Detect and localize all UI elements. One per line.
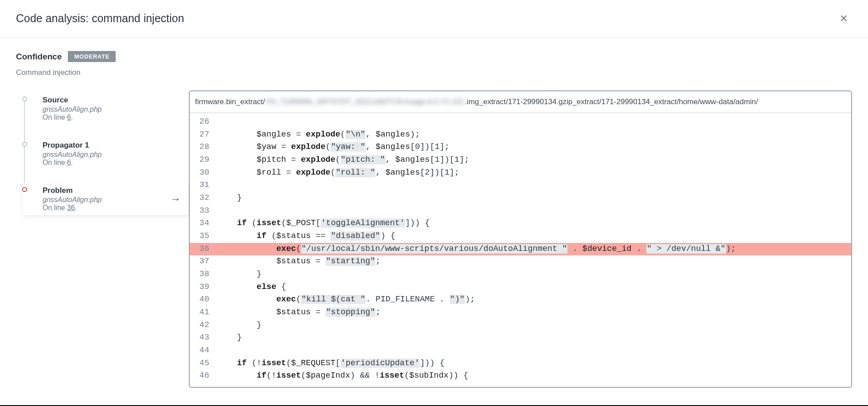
trace-title: Propagator 1 (43, 141, 183, 150)
line-source (217, 179, 851, 192)
close-icon: × (840, 11, 848, 25)
dialog-title: Code analysis: command injection (16, 12, 184, 25)
vulnerability-type: Command injection (16, 68, 852, 77)
close-button[interactable]: × (835, 10, 852, 27)
trace-title: Source (43, 96, 183, 105)
line-number: 32 (190, 192, 217, 205)
trace-dot-icon (22, 142, 27, 147)
trace-line-num: 36 (67, 204, 75, 211)
line-number: 36 (190, 243, 217, 256)
line-source: } (217, 319, 851, 332)
code-line: 29 $pitch = explode("pitch: ", $angles[1… (190, 154, 851, 167)
line-source: if ($status == "disabled") { (217, 230, 851, 243)
confidence-badge: MODERATE (68, 51, 116, 62)
line-number: 42 (190, 319, 217, 332)
line-number: 29 (190, 154, 217, 167)
line-source: $status = "stopping"; (217, 306, 851, 319)
trace-line: On line 6. (43, 113, 183, 121)
line-number: 31 (190, 179, 217, 192)
trace-title: Problem (43, 186, 183, 195)
line-source: if (isset($_POST['toggleAlignment'])) { (217, 217, 851, 230)
path-segment: .img_extract/171-29990134.gzip_extract/1… (465, 98, 758, 106)
trace-line-prefix: On line (43, 204, 67, 211)
code-line: 39 else { (190, 281, 851, 294)
line-number: 38 (190, 268, 217, 281)
line-source: } (217, 268, 851, 281)
trace-file: gnssAutoAlign.php (43, 151, 183, 159)
line-number: 28 (190, 141, 217, 154)
code-line: 45 if (!isset($_REQUEST['periodicUpdate'… (190, 357, 851, 370)
line-number: 43 (190, 332, 217, 344)
trace-line-prefix: On line (43, 159, 67, 166)
trace-item-propagator[interactable]: Propagator 1 gnssAutoAlign.php On line 6… (22, 137, 189, 170)
file-path-bar: firmware.bin_extract/ FN_TGRNNN_ARTSTDT_… (190, 91, 851, 113)
trace-file: gnssAutoAlign.php (43, 196, 183, 204)
code-line: 28 $yaw = explode("yaw: ", $angles[0])[1… (190, 141, 851, 154)
trace-line: On line 36. (43, 204, 183, 212)
line-number: 30 (190, 167, 217, 180)
trace-line-prefix: On line (43, 113, 67, 121)
code-line: 38 } (190, 268, 851, 281)
line-number: 33 (190, 205, 217, 218)
trace-column: Source gnssAutoAlign.php On line 6. Prop… (16, 90, 189, 388)
main-layout: Source gnssAutoAlign.php On line 6. Prop… (16, 90, 852, 388)
code-line: 27 $angles = explode("\n", $angles); (190, 129, 851, 141)
trace-file: gnssAutoAlign.php (43, 105, 183, 113)
path-segment: firmware.bin_extract/ (195, 98, 265, 106)
line-number: 27 (190, 129, 217, 141)
code-line: 44 (190, 344, 851, 357)
line-source: } (217, 332, 851, 344)
line-number: 41 (190, 306, 217, 319)
trace-line: On line 6. (43, 159, 183, 167)
line-number: 34 (190, 217, 217, 230)
line-source: $angles = explode("\n", $angles); (217, 129, 851, 141)
code-line: 31 (190, 179, 851, 192)
line-number: 35 (190, 230, 217, 243)
line-source: exec("/usr/local/sbin/www-scripts/variou… (217, 243, 851, 256)
code-column: firmware.bin_extract/ FN_TGRNNN_ARTSTDT_… (189, 90, 852, 388)
code-line: 40 exec("kill $(cat ". PID_FILENAME . ")… (190, 293, 851, 306)
line-source: $status = "starting"; (217, 255, 851, 268)
line-source: if (!isset($_REQUEST['periodicUpdate']))… (217, 357, 851, 370)
code-viewer[interactable]: 2627 $angles = explode("\n", $angles);28… (190, 113, 851, 387)
trace-line-suffix: . (71, 159, 73, 166)
trace-line-num: 6 (67, 159, 71, 166)
trace-dot-icon (22, 187, 27, 192)
code-line: 34 if (isset($_POST['toggleAlignment']))… (190, 217, 851, 230)
line-number: 45 (190, 357, 217, 370)
line-source (217, 205, 851, 218)
line-source: if(!isset($pageIndx) && !isset($subIndx)… (217, 370, 851, 383)
arrow-right-icon: → (170, 193, 181, 205)
dialog-header: Code analysis: command injection × (0, 0, 868, 38)
line-source: else { (217, 281, 851, 294)
confidence-label: Confidence (16, 52, 62, 62)
trace-item-problem[interactable]: Problem gnssAutoAlign.php On line 36. → (22, 183, 189, 215)
line-number: 44 (190, 344, 217, 357)
line-number: 39 (190, 281, 217, 294)
trace-line-suffix: . (71, 113, 73, 121)
path-redacted: FN_TGRNNN_ARTSTDT_2021100/TCN-Image-6.0.… (266, 98, 464, 106)
code-card: firmware.bin_extract/ FN_TGRNNN_ARTSTDT_… (189, 90, 852, 388)
dialog: Code analysis: command injection × Confi… (0, 0, 868, 406)
line-source: $roll = explode("roll: ", $angles[2])[1]… (217, 167, 851, 180)
code-line: 30 $roll = explode("roll: ", $angles[2])… (190, 167, 851, 180)
code-line: 46 if(!isset($pageIndx) && !isset($subIn… (190, 370, 851, 383)
code-line: 32 } (190, 192, 851, 205)
code-line: 35 if ($status == "disabled") { (190, 230, 851, 243)
code-line: 41 $status = "stopping"; (190, 306, 851, 319)
line-source (217, 344, 851, 357)
dialog-body: Confidence MODERATE Command injection So… (0, 38, 868, 388)
line-number: 46 (190, 370, 217, 383)
trace-item-source[interactable]: Source gnssAutoAlign.php On line 6. (22, 92, 189, 125)
confidence-row: Confidence MODERATE (16, 51, 852, 62)
line-source: $pitch = explode("pitch: ", $angles[1])[… (217, 154, 851, 167)
line-number: 40 (190, 293, 217, 306)
line-number: 37 (190, 255, 217, 268)
code-line: 37 $status = "starting"; (190, 255, 851, 268)
trace-line-suffix: . (75, 204, 77, 211)
line-source: $yaw = explode("yaw: ", $angles[0])[1]; (217, 141, 851, 154)
line-number: 26 (190, 116, 217, 129)
code-line: 43 } (190, 332, 851, 344)
code-line: 42 } (190, 319, 851, 332)
code-line: 36 exec("/usr/local/sbin/www-scripts/var… (190, 243, 851, 256)
